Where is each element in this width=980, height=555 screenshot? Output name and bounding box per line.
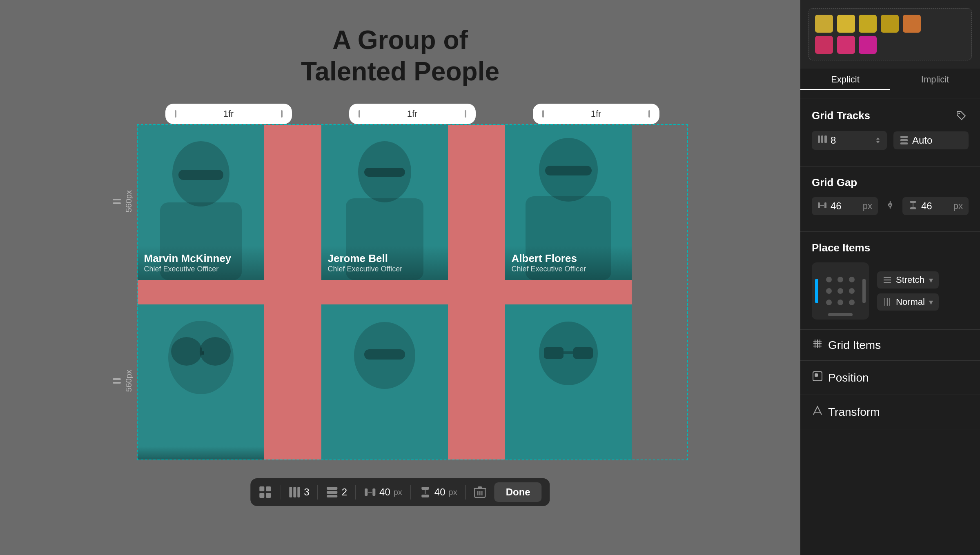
col-header-2[interactable]: 1fr: [349, 104, 476, 124]
toolbar-grid-icon[interactable]: [258, 486, 272, 499]
toolbar-divider-1: [280, 485, 280, 500]
person-cell-5[interactable]: [321, 304, 448, 460]
gap-col-1-row1: [264, 125, 321, 280]
swatch-empty-6: [947, 36, 964, 54]
person-cell-6[interactable]: [505, 304, 632, 460]
done-button[interactable]: Done: [494, 482, 542, 502]
swatch-2[interactable]: [837, 15, 855, 33]
svg-rect-53: [900, 142, 908, 144]
toolbar-rows[interactable]: 2: [326, 486, 347, 498]
toolbar-rows-value: 2: [342, 486, 347, 498]
svg-rect-33: [327, 491, 338, 494]
svg-rect-31: [297, 487, 300, 497]
alignment-selector[interactable]: [812, 262, 869, 320]
grid-tracks-rows-auto[interactable]: Auto: [893, 131, 969, 149]
position-section[interactable]: Position: [800, 361, 980, 395]
svg-rect-58: [910, 201, 916, 203]
tag-icon[interactable]: [954, 108, 969, 123]
svg-rect-34: [327, 495, 338, 497]
gap-row-4: [448, 280, 505, 304]
col-handle-right-1[interactable]: [278, 108, 285, 120]
align-handle-right: [862, 279, 866, 303]
color-swatches-section: [800, 0, 980, 69]
col-handle-right-3[interactable]: [646, 108, 653, 120]
svg-point-14: [171, 337, 202, 366]
person-cell-3[interactable]: Albert Flores Chief Executive Officer: [505, 125, 632, 280]
swatch-1[interactable]: [815, 15, 833, 33]
col-handle-left-3[interactable]: [539, 108, 547, 120]
col-label-2: 1fr: [407, 109, 418, 119]
hgap-icon: [817, 200, 827, 212]
align-dot-4: [826, 288, 832, 294]
grid-container: 560px 560px 1fr: [113, 104, 688, 460]
toolbar-hgap[interactable]: 40 px: [364, 486, 402, 498]
svg-rect-16: [202, 351, 204, 355]
svg-rect-27: [259, 493, 264, 498]
toolbar-cols-value: 3: [304, 486, 309, 498]
person-cell-1[interactable]: Marvin McKinney Chief Executive Officer: [138, 125, 264, 280]
justify-option[interactable]: Stretch ▾: [877, 271, 939, 289]
tab-explicit[interactable]: Explicit: [800, 70, 890, 90]
grid-items-button[interactable]: Grid Items: [800, 330, 980, 361]
person-overlay-3: Albert Flores Chief Executive Officer: [505, 246, 632, 280]
row-handle-2[interactable]: [113, 378, 121, 384]
toolbar-cols[interactable]: 3: [288, 486, 309, 498]
svg-rect-19: [364, 349, 405, 360]
col-handle-left-2[interactable]: [356, 108, 363, 120]
align-chevron: ▾: [929, 297, 933, 307]
swatch-empty-1: [925, 15, 943, 33]
row-label-text-1: 560px: [124, 190, 134, 213]
align-option[interactable]: Normal ▾: [877, 293, 939, 311]
svg-rect-38: [421, 487, 429, 490]
person-cell-2[interactable]: Jerome Bell Chief Executive Officer: [321, 125, 448, 280]
swatch-grid-row2: [815, 36, 965, 54]
justify-value: Stretch: [896, 275, 925, 285]
grid-tracks-title: Grid Tracks: [812, 109, 870, 122]
chain-link-icon[interactable]: [884, 199, 896, 213]
grid-gap-h-unit: px: [863, 201, 872, 211]
swatch-7[interactable]: [837, 36, 855, 54]
panel-tabs: Explicit Implicit: [800, 70, 980, 90]
grid-gap-v-value: 46: [921, 200, 950, 212]
person-cell-4[interactable]: [138, 304, 264, 460]
grid-gap-h-input[interactable]: 46 px: [812, 197, 878, 215]
swatch-6[interactable]: [815, 36, 833, 54]
toolbar-hgap-value: 40: [379, 486, 390, 498]
swatch-empty-2: [947, 15, 964, 33]
transform-section[interactable]: Transform: [800, 395, 980, 429]
col-header-1[interactable]: 1fr: [165, 104, 292, 124]
toolbar-vgap[interactable]: 40 px: [419, 486, 457, 498]
toolbar-divider-2: [318, 485, 318, 500]
person-name-1: Marvin McKinney: [144, 252, 258, 265]
row-handle-1[interactable]: [113, 199, 121, 204]
grid-gap-v-input[interactable]: 46 px: [902, 197, 969, 215]
justify-chevron: ▾: [929, 275, 933, 285]
person-overlay-2: Jerome Bell Chief Executive Officer: [321, 246, 448, 280]
cols-stepper[interactable]: [875, 136, 881, 144]
swatch-empty-4: [903, 36, 921, 54]
swatch-8[interactable]: [859, 36, 877, 54]
row-label-1: 560px: [113, 124, 134, 279]
transform-label: Transform: [828, 406, 880, 419]
svg-rect-22: [544, 347, 564, 359]
gap-col-1-row2: [264, 304, 321, 460]
gap-col-2-row2: [448, 304, 505, 460]
swatch-grid-row1: [815, 15, 965, 33]
col-handle-right-2[interactable]: [462, 108, 469, 120]
grid-tracks-cols-input[interactable]: 8: [812, 131, 887, 150]
svg-rect-29: [289, 487, 292, 497]
grid-tracks-cols-row: 8 Auto: [812, 131, 969, 150]
toolbar-delete[interactable]: [474, 486, 486, 499]
svg-rect-25: [259, 486, 264, 491]
col-header-3[interactable]: 1fr: [533, 104, 659, 124]
place-items-title: Place Items: [812, 242, 870, 254]
col-handle-left-1[interactable]: [172, 108, 179, 120]
toolbar-divider-3: [355, 485, 356, 500]
col-headers: 1fr 1fr: [137, 104, 688, 124]
grid-gap-h-row: 46 px 46 px: [812, 197, 969, 215]
tab-implicit[interactable]: Implicit: [890, 70, 980, 90]
swatch-5[interactable]: [903, 15, 921, 33]
swatch-4[interactable]: [881, 15, 899, 33]
svg-rect-7: [364, 168, 405, 177]
swatch-3[interactable]: [859, 15, 877, 33]
